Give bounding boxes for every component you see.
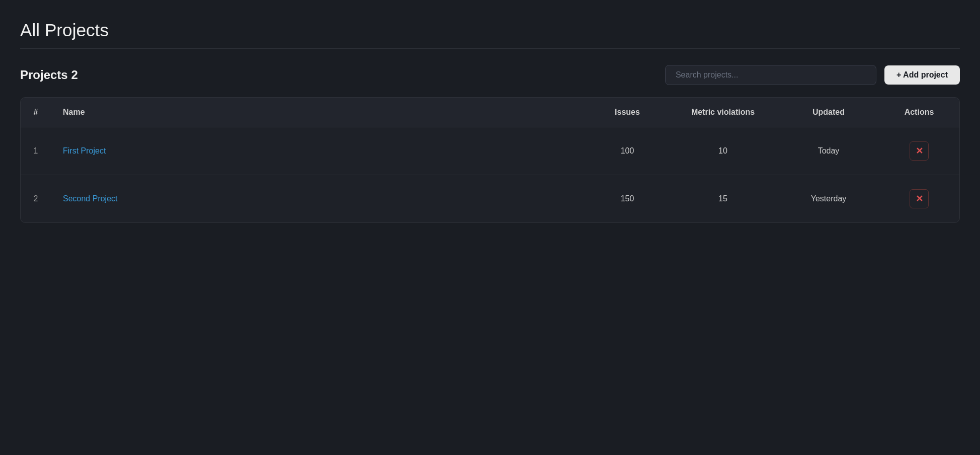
- toolbar-right: + Add project: [665, 65, 960, 85]
- col-header-actions: Actions: [879, 98, 959, 127]
- project-link-0[interactable]: First Project: [63, 146, 106, 155]
- cell-number-1: 2: [21, 175, 51, 223]
- table-row: 2 Second Project 150 15 Yesterday ✕: [21, 175, 959, 223]
- table-row: 1 First Project 100 10 Today ✕: [21, 127, 959, 175]
- cell-name-1: Second Project: [51, 175, 587, 223]
- cell-updated-1: Yesterday: [778, 175, 879, 223]
- col-header-number: #: [21, 98, 51, 127]
- page-title: All Projects: [20, 20, 960, 40]
- search-input[interactable]: [665, 65, 876, 85]
- cell-updated-0: Today: [778, 127, 879, 175]
- cell-actions-0: ✕: [879, 127, 959, 175]
- col-header-name: Name: [51, 98, 587, 127]
- col-header-updated: Updated: [778, 98, 879, 127]
- projects-table-container: # Name Issues Metric violations Updated …: [20, 97, 960, 223]
- cell-metric-violations-0: 10: [668, 127, 778, 175]
- table-header-row: # Name Issues Metric violations Updated …: [21, 98, 959, 127]
- cell-issues-0: 100: [587, 127, 668, 175]
- projects-table: # Name Issues Metric violations Updated …: [21, 98, 959, 222]
- delete-project-button-1[interactable]: ✕: [910, 189, 929, 208]
- cell-name-0: First Project: [51, 127, 587, 175]
- cell-actions-1: ✕: [879, 175, 959, 223]
- project-link-1[interactable]: Second Project: [63, 194, 118, 203]
- col-header-issues: Issues: [587, 98, 668, 127]
- col-header-metric-violations: Metric violations: [668, 98, 778, 127]
- cell-issues-1: 150: [587, 175, 668, 223]
- title-divider: [20, 48, 960, 49]
- delete-icon-1: ✕: [916, 194, 923, 204]
- add-project-button[interactable]: + Add project: [884, 65, 960, 85]
- delete-icon-0: ✕: [916, 146, 923, 157]
- cell-number-0: 1: [21, 127, 51, 175]
- delete-project-button-0[interactable]: ✕: [910, 141, 929, 161]
- projects-count: Projects 2: [20, 68, 78, 82]
- toolbar: Projects 2 + Add project: [20, 65, 960, 85]
- cell-metric-violations-1: 15: [668, 175, 778, 223]
